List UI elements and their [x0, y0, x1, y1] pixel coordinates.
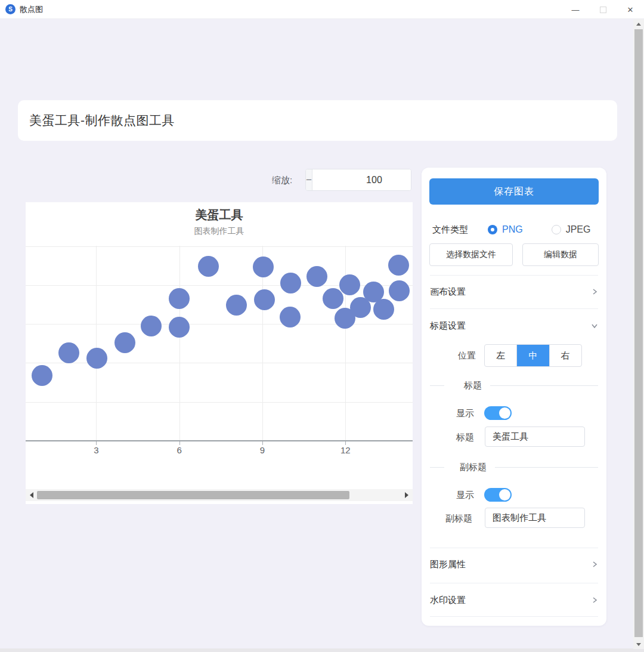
gridline-vertical: [179, 246, 180, 441]
settings-panel: 保存图表 文件类型 PNG JPEG 选择数据文件 编辑数据 画布设置 标题设置: [422, 168, 606, 626]
subtitle-show-toggle[interactable]: [484, 488, 512, 502]
divider: [430, 308, 598, 309]
chart-horizontal-scrollbar[interactable]: [26, 489, 413, 501]
title-show-label: 显示: [456, 408, 474, 419]
scatter-point: [280, 307, 301, 327]
scatter-point: [169, 317, 190, 338]
scatter-point: [32, 365, 52, 386]
divider: [430, 548, 598, 548]
scatter-point: [373, 299, 394, 320]
zoom-minus-button[interactable]: −: [306, 169, 312, 190]
title-input-row: 标题: [422, 427, 606, 447]
scroll-down-arrow-icon[interactable]: [633, 639, 644, 649]
position-segmented-control: 左 中 右: [484, 344, 582, 367]
chevron-right-icon: [591, 288, 598, 295]
x-axis-tick-label: 6: [168, 445, 191, 455]
section-canvas-label: 画布设置: [430, 286, 466, 298]
chevron-down-icon: [591, 322, 598, 329]
scatter-point: [323, 288, 343, 309]
zoom-stepper: − +: [305, 169, 411, 191]
window-vertical-scrollbar[interactable]: [633, 19, 644, 649]
scatter-point: [253, 257, 274, 277]
scatter-point: [86, 348, 107, 369]
title-group-heading: 标题: [464, 380, 482, 391]
title-show-toggle[interactable]: [484, 406, 512, 420]
scatter-point: [58, 342, 79, 363]
scroll-up-arrow-icon[interactable]: [633, 19, 644, 29]
close-button[interactable]: ✕: [617, 0, 644, 19]
subtitle-group-heading: 副标题: [460, 462, 487, 473]
chart-title: 美蛋工具: [26, 207, 413, 223]
radio-png-label: PNG: [502, 224, 523, 235]
divider: [430, 616, 598, 617]
vertical-scrollbar-thumb[interactable]: [634, 29, 643, 637]
chart-canvas: 36912 美蛋工具 图表制作工具: [26, 202, 413, 504]
scatter-point: [226, 295, 247, 316]
divider: [430, 583, 598, 583]
scatter-point: [389, 280, 410, 301]
scatter-point: [254, 289, 275, 310]
maximize-button[interactable]: [589, 0, 617, 19]
scroll-right-arrow-icon[interactable]: [402, 489, 411, 501]
scatter-point: [339, 274, 360, 295]
scatter-point: [141, 316, 162, 336]
window-controls: — ✕: [562, 0, 644, 19]
section-watermark-settings[interactable]: 水印设置: [430, 591, 598, 609]
section-watermark-label: 水印设置: [430, 595, 466, 606]
subtitle-input-row: 副标题: [422, 508, 606, 528]
file-type-label: 文件类型: [432, 224, 468, 236]
edit-data-button[interactable]: 编辑数据: [522, 243, 599, 266]
subtitle-show-label: 显示: [456, 490, 474, 501]
divider: [430, 275, 598, 276]
subtitle-input[interactable]: [485, 508, 585, 528]
minimize-button[interactable]: —: [562, 0, 589, 19]
titlebar: S 散点图 — ✕: [0, 0, 644, 19]
position-center-button[interactable]: 中: [517, 345, 549, 366]
scroll-left-arrow-icon[interactable]: [27, 489, 36, 501]
position-left-button[interactable]: 左: [485, 345, 517, 366]
section-title-settings[interactable]: 标题设置: [430, 317, 598, 335]
section-canvas-settings[interactable]: 画布设置: [430, 283, 598, 301]
x-axis-tick-label: 12: [333, 445, 357, 455]
radio-png[interactable]: PNG: [488, 224, 523, 235]
zoom-label: 缩放:: [272, 175, 292, 186]
page-header-card: 美蛋工具-制作散点图工具: [18, 100, 617, 141]
x-axis-tick-label: 3: [84, 445, 108, 455]
chevron-right-icon: [591, 561, 598, 568]
window-title: 散点图: [20, 4, 43, 15]
gridline-vertical: [96, 246, 97, 441]
zoom-value-input[interactable]: [312, 169, 411, 190]
scatter-point: [280, 273, 301, 293]
position-label: 位置: [458, 350, 476, 361]
horizontal-scrollbar-thumb[interactable]: [37, 491, 349, 499]
section-shape-properties[interactable]: 图形属性: [430, 555, 598, 573]
title-input[interactable]: [485, 427, 585, 447]
gridline-horizontal: [26, 324, 413, 325]
gridline-horizontal: [26, 402, 413, 403]
subtitle-group-divider: 副标题: [430, 462, 598, 472]
gridline-horizontal: [26, 363, 413, 363]
subtitle-show-row: 显示: [422, 488, 606, 502]
subtitle-field-label: 副标题: [445, 513, 472, 524]
radio-jpeg[interactable]: JPEG: [552, 224, 591, 235]
position-right-button[interactable]: 右: [550, 345, 581, 366]
chevron-right-icon: [591, 597, 598, 604]
title-field-label: 标题: [456, 432, 474, 443]
scatter-point: [388, 255, 409, 276]
section-title-label: 标题设置: [430, 320, 466, 332]
radio-unselected-icon: [552, 225, 561, 234]
title-show-row: 显示: [422, 406, 606, 421]
x-axis-tick-label: 9: [250, 445, 274, 455]
title-group-divider: 标题: [430, 381, 598, 390]
save-chart-button[interactable]: 保存图表: [429, 178, 599, 205]
app-window: S 散点图 — ✕ 美蛋工具-制作散点图工具 缩放: − + 36912 美蛋工…: [0, 0, 644, 652]
scatter-point: [169, 288, 190, 309]
scatter-point: [306, 266, 327, 287]
choose-data-file-button[interactable]: 选择数据文件: [429, 243, 513, 266]
scatter-point: [114, 332, 135, 353]
radio-selected-icon: [488, 225, 497, 234]
page-title: 美蛋工具-制作散点图工具: [29, 112, 175, 129]
chart-subtitle: 图表制作工具: [26, 226, 413, 237]
radio-jpeg-label: JPEG: [566, 224, 591, 235]
scatter-point: [198, 256, 219, 277]
